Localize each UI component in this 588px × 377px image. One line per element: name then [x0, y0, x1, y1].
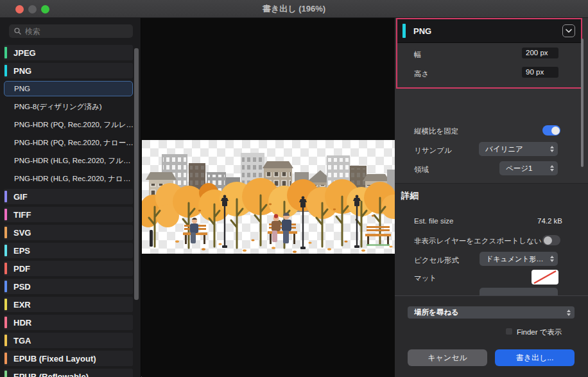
cancel-button[interactable]: キャンセル	[408, 349, 487, 366]
title-bar: 書き出し (196%)	[0, 0, 588, 18]
export-dialog-window: 書き出し (196%) JPEG PNG PNG PNG-8(ディザリング済み)…	[0, 0, 588, 377]
export-options-panel: PNG 幅 200 px 高さ 90 px 縦横比を固定 リサンプル バイリニア…	[395, 18, 588, 377]
resample-dropdown[interactable]: バイリニア	[479, 142, 558, 156]
format-color-bar	[4, 209, 7, 220]
format-color-bar	[4, 281, 7, 292]
format-item-epub-reflow[interactable]: EPUB (Reflowable)	[4, 369, 133, 377]
format-item-svg[interactable]: SVG	[4, 225, 133, 240]
area-dropdown[interactable]: ページ1	[499, 161, 558, 175]
search-icon	[14, 28, 21, 35]
height-label: 高さ	[414, 69, 429, 79]
format-item-hdr[interactable]: HDR	[4, 315, 133, 330]
format-item-epub-fixed[interactable]: EPUB (Fixed Layout)	[4, 351, 133, 366]
format-item-tga[interactable]: TGA	[4, 333, 133, 348]
png-card-header: PNG	[397, 19, 581, 43]
window-title: 書き出し (196%)	[0, 0, 588, 18]
search-input[interactable]	[25, 27, 129, 36]
clipped-dropdown[interactable]	[480, 288, 558, 295]
format-color-bar	[4, 335, 7, 346]
format-color-bar	[4, 353, 7, 364]
hidden-layers-label: 非表示レイヤーをエクスポートしない	[414, 236, 542, 246]
details-heading: 詳細	[401, 190, 419, 202]
chevron-down-icon	[566, 29, 572, 33]
width-input[interactable]: 200 px	[522, 48, 558, 58]
area-label: 領域	[414, 165, 429, 175]
format-color-bar	[4, 65, 7, 76]
export-preview-image	[142, 140, 395, 254]
bench-right	[365, 226, 391, 246]
format-list: JPEG PNG PNG PNG-8(ディザリング済み) PNG-HDR (PQ…	[4, 45, 133, 377]
preset-png8[interactable]: PNG-8(ディザリング済み)	[4, 99, 133, 114]
search-field[interactable]	[9, 24, 133, 38]
matte-color-swatch[interactable]	[532, 270, 558, 285]
preview-canvas	[142, 18, 395, 377]
show-in-finder-checkbox[interactable]	[505, 328, 513, 335]
lock-aspect-label: 縦横比を固定	[414, 127, 458, 136]
format-item-eps[interactable]: EPS	[4, 243, 133, 258]
show-in-finder-label: Finder で表示	[517, 328, 562, 337]
format-color-bar	[4, 191, 7, 202]
format-item-tiff[interactable]: TIFF	[4, 207, 133, 222]
location-dropdown[interactable]: 場所を尋ねる	[408, 306, 575, 319]
lock-aspect-toggle[interactable]	[542, 125, 560, 136]
toggle-knob	[544, 236, 552, 245]
panel-scrollbar[interactable]	[581, 39, 584, 167]
updown-arrows-icon	[550, 146, 554, 152]
format-item-gif[interactable]: GIF	[4, 189, 133, 204]
png-accent-bar	[402, 24, 406, 38]
preview-illustration	[142, 140, 395, 254]
toggle-knob	[551, 127, 560, 135]
format-item-exr[interactable]: EXR	[4, 297, 133, 312]
filesize-label: Est. file size	[414, 217, 453, 225]
collapse-card-button[interactable]	[562, 24, 575, 37]
hidden-layers-toggle[interactable]	[542, 235, 560, 245]
format-color-bar	[4, 227, 7, 238]
format-item-jpeg[interactable]: JPEG	[4, 45, 133, 60]
bench-left	[183, 218, 207, 244]
png-card-title: PNG	[413, 26, 562, 36]
format-color-bar	[4, 299, 7, 310]
no-color-icon	[532, 270, 558, 285]
updown-arrows-icon	[550, 165, 554, 171]
format-item-png[interactable]: PNG	[4, 63, 133, 78]
format-color-bar	[4, 371, 7, 377]
pixel-format-label: ピクセル形式	[414, 256, 459, 265]
png-format-card: PNG 幅 200 px 高さ 90 px	[396, 18, 582, 89]
format-color-bar	[4, 317, 7, 328]
matte-label: マット	[414, 274, 437, 283]
export-button[interactable]: 書き出し...	[495, 349, 575, 366]
format-color-bar	[4, 245, 7, 256]
preset-png-hdr-hlg-full[interactable]: PNG-HDR (HLG, Rec.2020, フル…	[4, 153, 133, 168]
resample-label: リサンプル	[414, 146, 452, 155]
format-item-pdf[interactable]: PDF	[4, 261, 133, 276]
pixel-format-dropdown[interactable]: ドキュメント形式を…	[480, 252, 558, 266]
updown-arrows-icon	[567, 310, 571, 316]
preset-png-selected[interactable]: PNG	[4, 81, 133, 96]
height-input[interactable]: 90 px	[522, 67, 558, 78]
width-label: 幅	[414, 50, 422, 60]
format-color-bar	[4, 263, 7, 274]
format-item-psd[interactable]: PSD	[4, 279, 133, 294]
sidebar-scrollbar[interactable]	[134, 48, 139, 300]
preset-png-hdr-pq-full[interactable]: PNG-HDR (PQ, Rec.2020, フルレ…	[4, 117, 133, 132]
updown-arrows-icon	[550, 256, 554, 262]
filesize-value: 74.2 kB	[537, 217, 562, 225]
format-color-bar	[4, 47, 7, 58]
format-sidebar: JPEG PNG PNG PNG-8(ディザリング済み) PNG-HDR (PQ…	[0, 18, 141, 377]
preset-png-hdr-pq-narrow[interactable]: PNG-HDR (PQ, Rec.2020, ナロー…	[4, 135, 133, 150]
preset-png-hdr-hlg-narrow[interactable]: PNG-HDR (HLG, Rec.2020, ナロ…	[4, 171, 133, 186]
